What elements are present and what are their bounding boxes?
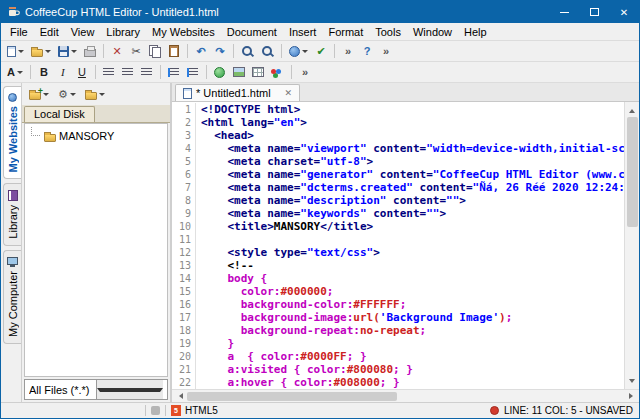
align-right-button[interactable] (138, 63, 156, 81)
cut-button[interactable]: ✂ (127, 42, 145, 60)
copy-button[interactable] (146, 42, 164, 60)
scroll-left-button[interactable] (172, 390, 186, 403)
toolbar-overflow-button[interactable]: » (339, 42, 357, 60)
vertical-scrollbar[interactable] (624, 102, 639, 389)
line-number: 6 (172, 168, 196, 181)
code-editor[interactable]: 1<!DOCTYPE html>2<html lang="en">3 <head… (172, 102, 624, 389)
font-button[interactable]: A (4, 63, 26, 81)
code-line: 5 <meta charset="utf-8"> (172, 155, 624, 168)
list-icon (187, 68, 198, 77)
line-number: 17 (172, 311, 196, 324)
file-filter-row: All Files (*.*) (24, 379, 168, 400)
code-text: <meta name="description" content=""> (201, 194, 624, 207)
horizontal-scrollbar[interactable] (172, 389, 639, 402)
folder-view-button[interactable] (82, 85, 108, 103)
disk-icon (58, 46, 69, 57)
color-palette-button[interactable] (268, 63, 287, 81)
code-line: 19 } (172, 337, 624, 350)
arrow-down-icon (629, 379, 635, 386)
close-tab-button[interactable] (285, 89, 293, 98)
file-filter-dropdown-button[interactable] (96, 380, 164, 399)
sidebar-tab-strip: My WebsitesLibraryMy Computer (1, 83, 22, 402)
menu-item-edit[interactable]: Edit (34, 24, 65, 40)
code-text: <meta name="generator" content="CoffeeCu… (201, 168, 624, 181)
menu-item-my-websites[interactable]: My Websites (146, 24, 221, 40)
validate-html-button[interactable]: ✔ (312, 42, 330, 60)
local-disk-tab[interactable]: Local Disk (24, 106, 95, 122)
menu-item-window[interactable]: Window (407, 24, 458, 40)
line-number: 4 (172, 142, 196, 155)
insert-image-button[interactable] (230, 63, 248, 81)
menu-item-insert[interactable]: Insert (283, 24, 323, 40)
print-icon (84, 49, 96, 57)
close-document-button[interactable]: ✕ (108, 42, 126, 60)
print-button[interactable] (81, 42, 99, 60)
preview-in-browser-button[interactable] (286, 42, 311, 60)
sidebar-tab-my-websites[interactable]: My Websites (3, 86, 21, 179)
open-button[interactable] (28, 42, 54, 60)
code-line: 21 a:visited { color:#800080; } (172, 363, 624, 376)
undo-button[interactable]: ↶ (192, 42, 210, 60)
chevron-down-icon (97, 388, 164, 395)
file-panel: ⚙ Local Disk MANSORY All Files (*.*) (22, 83, 172, 402)
toolbar-overflow-button-3[interactable]: » (296, 63, 314, 81)
folder-icon (44, 134, 56, 142)
arrow-up-icon (629, 106, 635, 113)
minimize-button[interactable] (549, 1, 579, 23)
page-icon (7, 46, 16, 57)
save-button[interactable] (55, 42, 80, 60)
scroll-right-button[interactable] (625, 390, 639, 403)
toolbar-separator (103, 44, 104, 58)
paste-button[interactable] (165, 42, 183, 60)
code-text: color:#000000; (201, 285, 624, 298)
file-filter-value: All Files (*.*) (29, 384, 96, 396)
scroll-up-button[interactable] (625, 102, 640, 116)
menu-item-view[interactable]: View (65, 24, 101, 40)
menu-item-library[interactable]: Library (100, 24, 146, 40)
new-folder-button[interactable] (26, 85, 52, 103)
new-document-button[interactable] (4, 42, 27, 60)
find-replace-button[interactable] (258, 42, 277, 60)
align-icon (141, 68, 152, 77)
help-button[interactable]: ? (358, 42, 376, 60)
menu-item-file[interactable]: File (4, 24, 34, 40)
bold-button[interactable]: B (35, 63, 53, 81)
file-tree[interactable]: MANSORY (24, 123, 168, 377)
italic-icon: I (61, 66, 65, 78)
maximize-button[interactable] (579, 1, 609, 23)
redo-button[interactable]: ↷ (211, 42, 229, 60)
line-number: 21 (172, 363, 196, 376)
bullet-list-button[interactable] (165, 63, 183, 81)
line-number: 1 (172, 103, 196, 116)
code-line: 4 <meta name="viewport" content="width=d… (172, 142, 624, 155)
close-button[interactable] (609, 1, 639, 23)
menu-item-format[interactable]: Format (322, 24, 369, 40)
document-tab[interactable]: * Untitled1.html (175, 84, 300, 101)
underline-button[interactable]: U (73, 63, 91, 81)
numbered-list-button[interactable] (184, 63, 202, 81)
close-doc-icon: ✕ (112, 45, 121, 57)
code-line: 3 <head> (172, 129, 624, 142)
notification-icon[interactable] (151, 406, 160, 415)
find-button[interactable] (238, 42, 257, 60)
menu-item-tools[interactable]: Tools (369, 24, 407, 40)
italic-button[interactable]: I (54, 63, 72, 81)
sidebar-tab-my-computer[interactable]: My Computer (3, 250, 21, 344)
code-text: } (201, 337, 624, 350)
menu-item-document[interactable]: Document (221, 24, 283, 40)
insert-table-button[interactable] (249, 63, 267, 81)
tree-item-mansory[interactable]: MANSORY (27, 128, 165, 144)
toolbar-overflow-button-2[interactable]: » (377, 42, 395, 60)
panel-tools-button[interactable]: ⚙ (55, 85, 79, 103)
insert-link-button[interactable] (211, 63, 229, 81)
file-filter-select[interactable]: All Files (*.*) (24, 379, 168, 400)
align-left-button[interactable] (100, 63, 118, 81)
sidebar-tab-library[interactable]: Library (3, 183, 21, 246)
titlebar[interactable]: CoffeeCup HTML Editor - Untitled1.html (1, 1, 639, 23)
menu-item-help[interactable]: Help (458, 24, 493, 40)
align-center-button[interactable] (119, 63, 137, 81)
vertical-scrollbar-thumb[interactable] (627, 117, 638, 227)
code-line: 13 <!-- (172, 259, 624, 272)
scroll-down-button[interactable] (625, 375, 640, 389)
horizontal-scrollbar-thumb[interactable] (187, 392, 397, 401)
